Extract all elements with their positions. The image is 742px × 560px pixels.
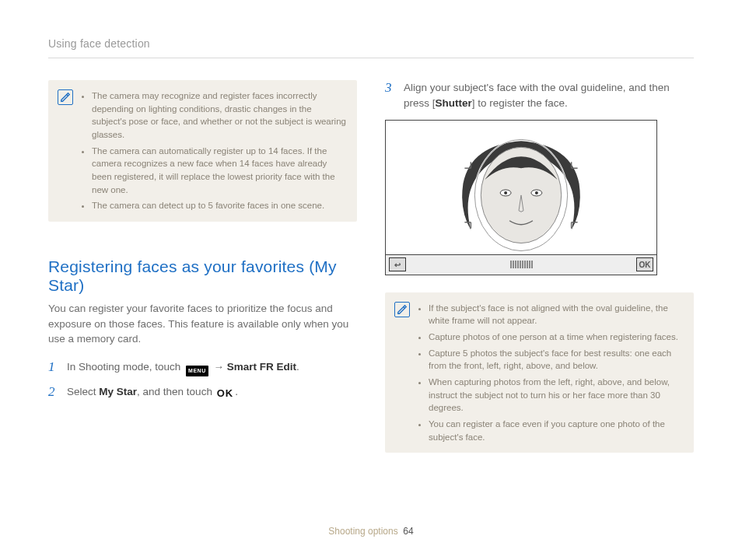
note-list-right: If the subject's face is not aligned wit…: [418, 302, 683, 444]
note-item: The camera may recognize and register fa…: [92, 89, 346, 142]
step-body: In Shooting mode, touch MENU → Smart FR …: [67, 359, 357, 377]
step-bold: My Star: [99, 386, 137, 397]
ok-button[interactable]: OK: [636, 257, 653, 271]
step-body: Align your subject's face with the oval …: [404, 80, 694, 112]
step-text: .: [235, 386, 238, 397]
right-column: 3 Align your subject's face with the ova…: [385, 80, 694, 453]
face-illustration: [386, 121, 656, 254]
note-item: Capture 5 photos the subject's face for …: [429, 347, 683, 373]
section-heading: Registering faces as your favorites (My …: [48, 257, 357, 295]
note-item: You can register a face even if you capt…: [429, 418, 683, 443]
breadcrumb: Using face detection: [48, 37, 694, 50]
step-1: 1 In Shooting mode, touch MENU → Smart F…: [48, 359, 357, 377]
step-arrow: →: [211, 361, 227, 373]
step-text: Select: [67, 386, 99, 397]
note-box-left: The camera may recognize and register fa…: [48, 80, 357, 222]
step-text: , and then touch: [137, 386, 215, 397]
svg-point-4: [535, 191, 538, 194]
section-intro: You can register your favorite faces to …: [48, 301, 357, 347]
page-number: 64: [403, 526, 413, 537]
footer-section: Shooting options: [328, 526, 397, 537]
note-list-left: The camera may recognize and register fa…: [81, 89, 346, 212]
note-item: If the subject's face is not aligned wit…: [429, 302, 683, 327]
step-text: In Shooting mode, touch: [67, 361, 184, 373]
note-item: When capturing photos from the left, rig…: [429, 376, 683, 415]
ok-icon: OK: [217, 386, 234, 401]
lcd-figure: ↩ OK: [385, 120, 657, 275]
note-icon: [58, 89, 73, 105]
step-number: 2: [48, 384, 59, 401]
step-number: 1: [48, 359, 59, 377]
lcd-canvas: [386, 121, 656, 254]
step-body: Select My Star, and then touch OK.: [67, 384, 357, 401]
note-icon: [394, 302, 410, 317]
step-2: 2 Select My Star, and then touch OK.: [48, 384, 357, 401]
step-bold: Smart FR Edit: [227, 361, 296, 373]
note-item: Capture photos of one person at a time w…: [429, 331, 683, 344]
step-text: .: [296, 361, 299, 373]
step-number: 3: [385, 80, 396, 112]
menu-icon: MENU: [186, 366, 208, 377]
note-item: The camera can detect up to 5 favorite f…: [92, 199, 346, 212]
page-footer: Shooting options 64: [48, 526, 694, 537]
step-bold: Shutter: [436, 97, 472, 109]
header-rule: [48, 58, 694, 58]
back-button[interactable]: ↩: [389, 257, 406, 271]
left-column: The camera may recognize and register fa…: [48, 80, 357, 453]
svg-point-3: [504, 191, 507, 194]
lcd-progress: [412, 261, 630, 268]
note-item: The camera can automatically register up…: [92, 145, 346, 197]
step-text: ] to register the face.: [472, 97, 568, 109]
step-3: 3 Align your subject's face with the ova…: [385, 80, 694, 112]
lcd-toolbar: ↩ OK: [386, 254, 656, 275]
note-box-right: If the subject's face is not aligned wit…: [385, 292, 694, 453]
